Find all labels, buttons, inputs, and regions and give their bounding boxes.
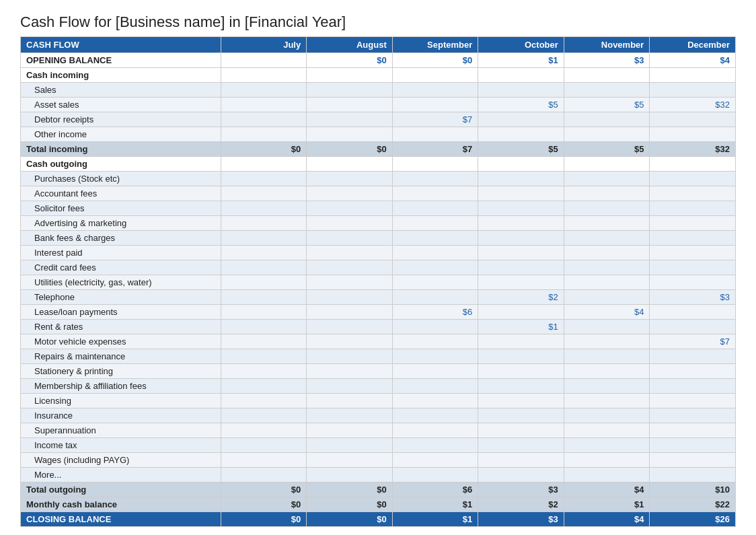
row-value	[307, 379, 393, 394]
row-value	[392, 320, 478, 334]
row-value	[307, 172, 393, 186]
row-value	[650, 246, 736, 260]
row-label: Total outgoing	[21, 483, 221, 497]
row-value	[650, 364, 736, 379]
row-value	[392, 246, 478, 260]
row-value	[478, 68, 564, 83]
row-value	[478, 394, 564, 408]
row-value	[307, 231, 393, 246]
row-value	[221, 127, 307, 142]
row-value	[650, 275, 736, 290]
row-label: Monthly cash balance	[21, 497, 221, 512]
row-label: Interest paid	[21, 246, 221, 260]
row-label: Solicitor fees	[21, 201, 221, 216]
row-value	[392, 349, 478, 364]
row-label: Repairs & maintenance	[21, 349, 221, 364]
table-row: Utilities (electricity, gas, water)	[21, 275, 736, 290]
row-value	[307, 68, 393, 83]
row-value: $4	[564, 512, 650, 527]
row-value: $6	[392, 305, 478, 320]
table-row: Total outgoing$0$0$6$3$4$10	[21, 483, 736, 497]
row-value	[221, 53, 307, 68]
row-value	[650, 305, 736, 320]
table-row: Superannuation	[21, 423, 736, 438]
row-value	[650, 172, 736, 186]
row-value: $2	[478, 497, 564, 512]
row-value	[564, 112, 650, 127]
row-value	[478, 305, 564, 320]
row-value: $1	[478, 53, 564, 68]
table-row: Total incoming$0$0$7$5$5$32	[21, 142, 736, 157]
header-col-october: October	[478, 37, 564, 53]
row-value: $5	[564, 98, 650, 112]
row-value	[392, 394, 478, 408]
row-label: Telephone	[21, 290, 221, 305]
row-value	[478, 157, 564, 172]
row-value	[478, 231, 564, 246]
row-value	[478, 423, 564, 438]
row-label: Stationery & printing	[21, 364, 221, 379]
row-value	[650, 112, 736, 127]
row-value	[478, 408, 564, 423]
table-row: Telephone$2$3	[21, 290, 736, 305]
row-value	[650, 260, 736, 275]
row-value: $4	[564, 305, 650, 320]
row-value	[650, 320, 736, 334]
row-value	[221, 186, 307, 201]
row-value	[478, 438, 564, 453]
row-value: $4	[650, 53, 736, 68]
row-label: Sales	[21, 83, 221, 98]
row-label: Purchases (Stock etc)	[21, 172, 221, 186]
page-title: Cash Flow for [Business name] in [Financ…	[20, 13, 736, 31]
row-label: Advertising & marketing	[21, 216, 221, 231]
row-value: $3	[478, 512, 564, 527]
table-row: Asset sales$5$5$32	[21, 98, 736, 112]
row-value	[392, 260, 478, 275]
row-value	[221, 394, 307, 408]
row-value: $5	[478, 98, 564, 112]
row-value	[564, 275, 650, 290]
row-value	[221, 453, 307, 468]
row-value	[478, 379, 564, 394]
row-value	[221, 275, 307, 290]
row-value	[650, 349, 736, 364]
row-value	[221, 290, 307, 305]
row-value	[307, 453, 393, 468]
row-label: Accountant fees	[21, 186, 221, 201]
row-value	[478, 275, 564, 290]
table-row: Membership & affiliation fees	[21, 379, 736, 394]
row-value: $32	[650, 98, 736, 112]
row-value	[650, 394, 736, 408]
row-value	[478, 201, 564, 216]
row-value	[392, 157, 478, 172]
row-value	[307, 305, 393, 320]
row-value: $5	[564, 142, 650, 157]
row-value	[650, 127, 736, 142]
table-row: Stationery & printing	[21, 364, 736, 379]
row-value: $32	[650, 142, 736, 157]
row-value	[392, 379, 478, 394]
row-value	[221, 83, 307, 98]
row-value	[392, 127, 478, 142]
header-label: CASH FLOW	[21, 37, 221, 53]
table-row: More...	[21, 468, 736, 483]
row-value	[392, 453, 478, 468]
row-value: $7	[392, 112, 478, 127]
table-row: Licensing	[21, 394, 736, 408]
row-value	[307, 423, 393, 438]
row-value: $10	[650, 483, 736, 497]
row-value	[650, 408, 736, 423]
row-value	[307, 349, 393, 364]
row-value	[478, 172, 564, 186]
row-value	[221, 201, 307, 216]
row-value: $1	[564, 497, 650, 512]
row-value	[221, 379, 307, 394]
table-row: Monthly cash balance$0$0$1$2$1$22	[21, 497, 736, 512]
row-value	[392, 334, 478, 349]
row-value	[478, 349, 564, 364]
row-value	[221, 260, 307, 275]
table-row: Bank fees & charges	[21, 231, 736, 246]
row-value	[221, 246, 307, 260]
row-value	[392, 201, 478, 216]
table-row: OPENING BALANCE$0$0$1$3$4	[21, 53, 736, 68]
